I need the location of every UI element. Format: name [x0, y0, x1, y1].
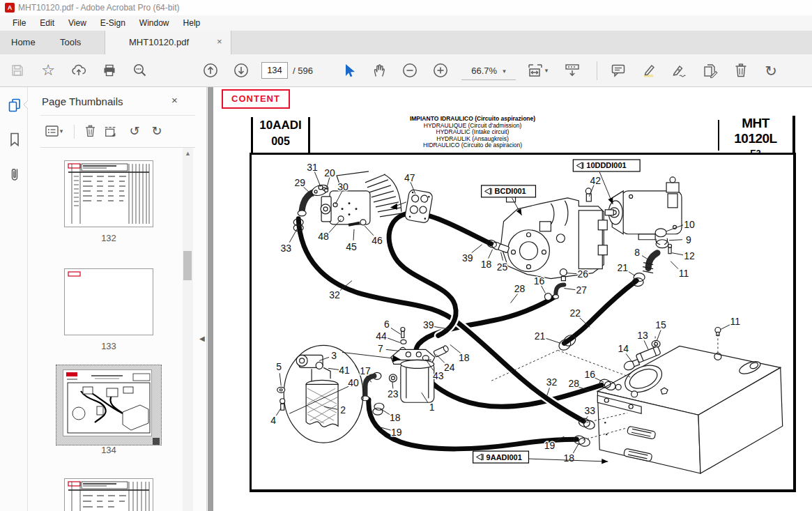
section-code: 10AADI 005	[253, 119, 308, 148]
select-tool-button[interactable]	[337, 59, 360, 82]
tab-document[interactable]: MHT10120.pdf ×	[105, 31, 231, 54]
tab-tools[interactable]: Tools	[60, 37, 81, 47]
highlight-button[interactable]	[637, 59, 661, 82]
part-callout: 28	[514, 283, 526, 294]
thumbnail-page-number: 133	[64, 341, 153, 351]
part-callout: 24	[444, 362, 455, 373]
next-page-button[interactable]	[229, 59, 253, 82]
part-callout: 15	[655, 319, 666, 330]
part-callout: 25	[497, 261, 508, 273]
part-callout: 19	[544, 440, 556, 451]
part-callout: 30	[337, 181, 348, 192]
part-callout: 44	[376, 330, 387, 342]
part-callout: 10	[684, 219, 695, 230]
panel-close-icon[interactable]: ×	[171, 94, 178, 106]
thumbnail-page-number: 134	[64, 445, 153, 455]
menu-help[interactable]: Help	[176, 16, 208, 30]
bookmarks-panel-icon[interactable]	[6, 130, 24, 148]
part-callout: 40	[348, 377, 359, 388]
menu-file[interactable]: File	[6, 16, 33, 30]
page-display-button[interactable]	[560, 59, 584, 82]
thumbnail-resize-handle[interactable]	[153, 438, 160, 445]
thumbnail-page-132[interactable]: 132	[64, 160, 153, 243]
part-callout: 31	[307, 162, 318, 173]
table-rule	[308, 117, 310, 155]
part-callout: 1	[429, 402, 435, 413]
window-title: MHT10120.pdf - Adobe Acrobat Pro (64-bit…	[18, 3, 179, 13]
part-callout: 5	[276, 361, 282, 372]
part-callout: 21	[535, 330, 546, 342]
panel-collapse-icon[interactable]: ◀	[199, 335, 205, 342]
part-callout: 29	[294, 177, 305, 188]
part-callout: 42	[590, 175, 602, 186]
part-callout: 47	[404, 172, 415, 183]
star-favorite-button[interactable]: ☆	[36, 59, 60, 82]
redo-rotate-button[interactable]: ↻	[759, 59, 783, 82]
thumbnail-page-number: 132	[64, 233, 153, 243]
navigation-rail	[0, 87, 28, 511]
menu-window[interactable]: Window	[132, 16, 176, 30]
delete-pages-button[interactable]	[729, 59, 753, 82]
model-code: MHT 10120L E3	[721, 116, 790, 158]
print-button[interactable]	[98, 59, 121, 82]
thumbnail-options-button[interactable]: ▾	[40, 122, 67, 140]
part-callout: 11	[679, 268, 689, 279]
comment-button[interactable]	[606, 59, 630, 82]
detail-bubble	[277, 345, 363, 443]
part-callout: 22	[570, 308, 581, 319]
organize-pages-button[interactable]	[698, 59, 722, 82]
document-viewport: CONTENT 10AADI 005 IMPIANTO IDRAULICO (C…	[208, 87, 812, 511]
reference-label: 9AADI001	[487, 453, 522, 462]
search-button[interactable]	[128, 59, 152, 82]
zoom-out-button[interactable]	[398, 59, 422, 82]
part-callout: 28	[569, 378, 580, 389]
chevron-down-icon: ▾	[503, 68, 506, 75]
panel-title: Page Thumbnails	[42, 96, 123, 107]
thumbnail-page-135[interactable]	[64, 478, 153, 511]
thumbnail-page-134-selected[interactable]: 134	[56, 365, 162, 445]
part-callout: 18	[481, 259, 492, 270]
part-callout: 11	[730, 316, 741, 327]
part-callout: 9	[686, 234, 691, 245]
part-callout: 33	[585, 405, 596, 416]
table-rule	[792, 116, 795, 155]
part-callout: 16	[534, 275, 545, 287]
attachments-panel-icon[interactable]	[6, 165, 24, 183]
zoom-level-dropdown[interactable]: 66.7%▾	[461, 62, 516, 80]
tab-bar: Home Tools MHT10120.pdf ×	[0, 31, 812, 54]
acrobat-logo-icon: A	[5, 3, 15, 13]
part-callout: 12	[684, 250, 695, 261]
delete-page-button[interactable]	[81, 122, 99, 140]
insert-page-button[interactable]	[102, 122, 120, 140]
tab-home[interactable]: Home	[11, 37, 36, 47]
hand-tool-button[interactable]	[367, 59, 391, 82]
thumbnail-page-133[interactable]: 133	[64, 268, 153, 351]
save-button[interactable]	[6, 59, 29, 82]
page-thumbnails-panel-icon[interactable]	[6, 96, 24, 114]
menu-edit[interactable]: Edit	[33, 16, 61, 30]
rotate-cw-button[interactable]: ↻	[148, 122, 166, 140]
part-callout: 43	[433, 370, 444, 381]
scrollbar-thumb[interactable]	[183, 251, 192, 280]
toolbar-divider	[597, 61, 597, 80]
menu-view[interactable]: View	[61, 16, 93, 30]
panel-scrollbar[interactable]: ▲	[183, 148, 193, 511]
cloud-upload-button[interactable]	[67, 59, 91, 82]
tab-close-icon[interactable]: ×	[217, 36, 222, 47]
fit-width-dropdown[interactable]: ▾	[522, 59, 553, 82]
previous-page-button[interactable]	[199, 59, 222, 82]
section-titles: IMPIANTO IDRAULICO (Circuito aspirazione…	[396, 116, 549, 149]
page-number-input[interactable]: 134	[261, 62, 288, 79]
page-thumbnails-panel: Page Thumbnails × ▾ ↺ ↻ 132	[28, 87, 207, 511]
zoom-in-button[interactable]	[429, 59, 452, 82]
part-callout: 13	[637, 330, 648, 341]
content-link-button[interactable]: CONTENT	[222, 89, 290, 109]
sign-button[interactable]	[668, 59, 691, 82]
panel-separator	[40, 115, 195, 116]
menu-esign[interactable]: E-Sign	[93, 16, 132, 30]
part-callout: 19	[391, 427, 402, 438]
scroll-up-icon[interactable]: ▲	[185, 150, 191, 157]
panel-toolbar-divider	[74, 125, 75, 139]
part-callout: 27	[576, 284, 588, 296]
rotate-ccw-button[interactable]: ↺	[125, 122, 144, 140]
